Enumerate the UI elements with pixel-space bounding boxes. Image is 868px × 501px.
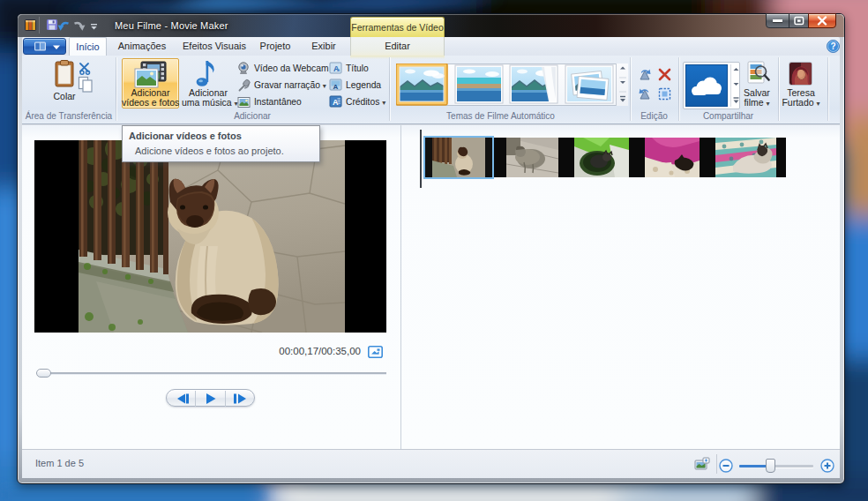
svg-text:A: A bbox=[333, 83, 339, 91]
svg-text:?: ? bbox=[830, 41, 835, 51]
